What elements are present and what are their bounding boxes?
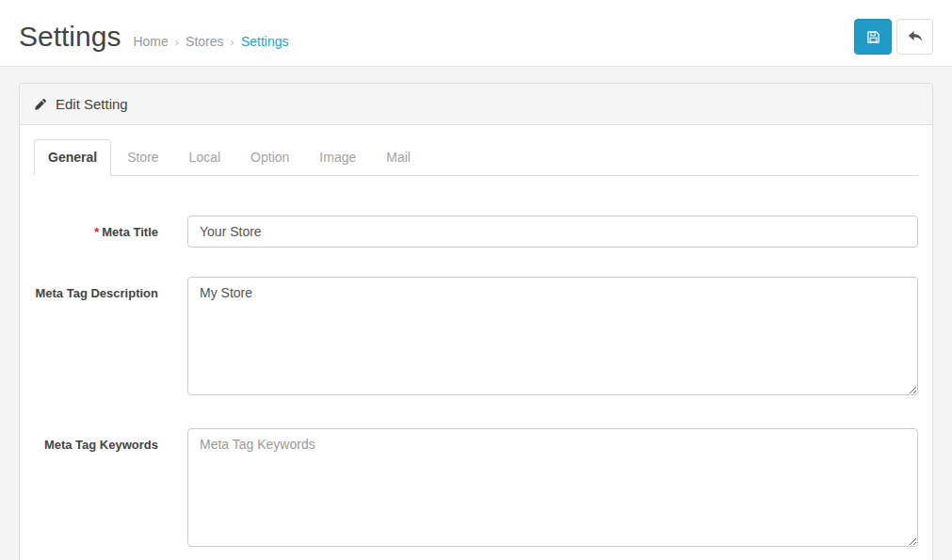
title-group: Settings Home › Stores › Settings xyxy=(19,23,289,51)
tab-image[interactable]: Image xyxy=(305,139,370,176)
pencil-icon xyxy=(34,98,47,111)
meta-keywords-field-wrap xyxy=(187,428,918,551)
save-button[interactable] xyxy=(854,19,892,55)
breadcrumb-stores[interactable]: Stores xyxy=(186,34,223,49)
meta-title-label: *Meta Title xyxy=(34,216,158,248)
tab-mail[interactable]: Mail xyxy=(372,139,425,176)
tab-general[interactable]: General xyxy=(34,139,111,176)
reply-arrow-icon xyxy=(908,30,923,43)
floppy-disk-icon xyxy=(866,30,880,44)
meta-keywords-row: Meta Tag Keywords xyxy=(34,428,918,551)
meta-description-textarea[interactable]: My Store xyxy=(187,277,918,395)
meta-description-label: Meta Tag Description xyxy=(34,277,158,399)
tab-store[interactable]: Store xyxy=(113,139,172,176)
panel-heading: Edit Setting xyxy=(20,84,932,125)
breadcrumb-separator: › xyxy=(175,35,179,49)
edit-setting-panel: Edit Setting General Store Local Option … xyxy=(19,83,933,560)
tab-content-general: *Meta Title Meta Tag Description My Stor… xyxy=(34,176,918,551)
tab-option[interactable]: Option xyxy=(236,139,303,176)
panel-heading-title: Edit Setting xyxy=(56,96,128,112)
meta-title-row: *Meta Title xyxy=(34,216,918,248)
meta-title-input[interactable] xyxy=(187,216,918,248)
meta-description-row: Meta Tag Description My Store xyxy=(34,277,918,399)
panel-body: General Store Local Option Image Mail *M… xyxy=(20,125,932,560)
meta-title-field-wrap xyxy=(187,216,918,248)
meta-keywords-label: Meta Tag Keywords xyxy=(34,428,158,551)
breadcrumb-home[interactable]: Home xyxy=(133,34,168,49)
meta-title-label-text: Meta Title xyxy=(102,225,158,239)
breadcrumb-separator: › xyxy=(231,35,234,49)
breadcrumb-settings[interactable]: Settings xyxy=(241,34,289,49)
content-area: Edit Setting General Store Local Option … xyxy=(0,67,952,560)
page-header: Settings Home › Stores › Settings xyxy=(0,0,952,67)
tab-local[interactable]: Local xyxy=(175,139,234,176)
back-button[interactable] xyxy=(896,19,933,55)
breadcrumb: Home › Stores › Settings xyxy=(133,34,288,49)
page-title: Settings xyxy=(19,23,121,51)
meta-description-field-wrap: My Store xyxy=(187,277,918,399)
meta-keywords-textarea[interactable] xyxy=(187,428,918,547)
header-actions xyxy=(854,19,933,55)
settings-tabs: General Store Local Option Image Mail xyxy=(34,139,918,176)
required-asterisk: * xyxy=(94,225,99,239)
